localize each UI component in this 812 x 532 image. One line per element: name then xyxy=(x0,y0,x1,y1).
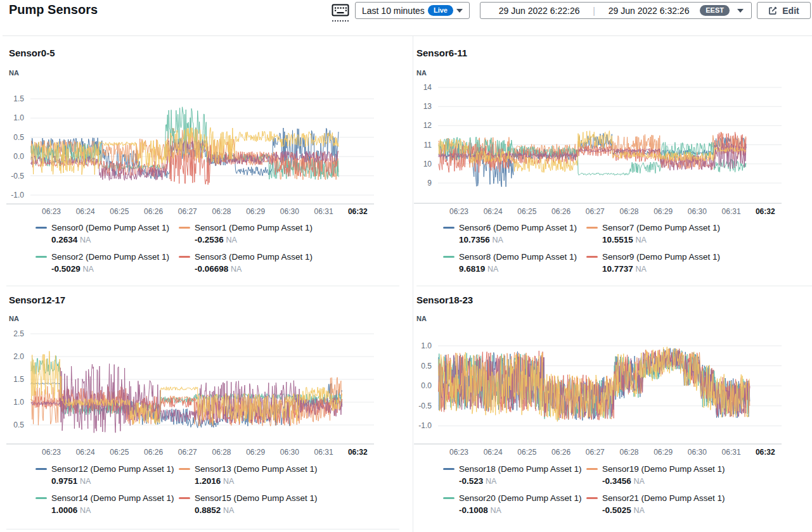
y-tick-label: -0.5 xyxy=(418,402,432,410)
legend-item: Sensor1 (Demo Pump Asset 1)-0.2536 NA xyxy=(179,223,356,244)
line-chart[interactable]: 1.51.00.50.0-0.5-1.006:2306:2406:2506:26… xyxy=(0,36,406,226)
x-tick-label: 06:24 xyxy=(484,207,503,216)
line-chart[interactable]: 1.00.50.0-0.5-1.006:2306:2406:2506:2606:… xyxy=(413,286,812,466)
legend-item: Sensor7 (Demo Pump Asset 1)10.5515 NA xyxy=(586,223,764,244)
line-chart[interactable]: 2.52.01.51.00.506:2306:2406:2506:2606:27… xyxy=(0,286,406,466)
x-tick-label: 06:28 xyxy=(212,448,231,457)
legend-label: Sensor7 (Demo Pump Asset 1) xyxy=(602,223,720,232)
legend-value: 10.5515 NA xyxy=(602,235,764,244)
legend-item: Sensor21 (Demo Pump Asset 1)-0.5025 NA xyxy=(586,493,764,515)
y-tick-label: 9 xyxy=(427,179,432,187)
x-tick-label: 06:25 xyxy=(110,448,129,457)
x-tick-label: 06:30 xyxy=(688,448,707,457)
legend-item: Sensor20 (Demo Pump Asset 1)-0.1008 NA xyxy=(443,493,586,515)
chart-panel-sensor18-23: 1.00.50.0-0.5-1.006:2306:2406:2506:2606:… xyxy=(413,286,812,532)
legend-label: Sensor20 (Demo Pump Asset 1) xyxy=(459,493,582,503)
legend-value: -0.523 NA xyxy=(459,476,586,486)
y-axis-unit-label: NA xyxy=(9,69,19,77)
x-tick-label: 06:32 xyxy=(348,207,368,216)
legend-item: Sensor6 (Demo Pump Asset 1)10.7356 NA xyxy=(443,223,586,244)
x-tick-label: 06:23 xyxy=(42,207,61,216)
legend-swatch xyxy=(179,468,190,470)
legend-unit: NA xyxy=(223,506,234,515)
end-datetime: 29 Jun 2022 6:32:26 xyxy=(598,6,700,16)
legend-label: Sensor0 (Demo Pump Asset 1) xyxy=(51,223,169,232)
legend-unit: NA xyxy=(80,506,91,515)
panel-title: Sensor6-11 xyxy=(416,48,467,58)
legend-swatch xyxy=(35,468,47,470)
chart-legend: Sensor0 (Demo Pump Asset 1)0.2634 NASens… xyxy=(35,223,356,274)
keyboard-dotted-underline xyxy=(332,20,349,22)
y-tick-label: 1.0 xyxy=(13,398,24,407)
legend-value: 1.0006 NA xyxy=(51,505,179,515)
legend-swatch xyxy=(443,468,454,470)
legend-swatch xyxy=(35,227,47,229)
y-tick-label: 0.5 xyxy=(421,362,432,370)
x-tick-label: 06:31 xyxy=(722,448,741,457)
legend-unit: NA xyxy=(487,265,498,274)
y-axis-unit-label: NA xyxy=(416,315,427,322)
start-datetime: 29 Jun 2022 6:22:26 xyxy=(488,6,590,16)
y-tick-label: 2.5 xyxy=(13,329,24,338)
x-tick-label: 06:30 xyxy=(280,448,299,457)
chart-panel-sensor0-5: 1.51.00.50.0-0.5-1.006:2306:2406:2506:26… xyxy=(0,36,406,286)
chart-panel-sensor6-11: 1413121110906:2306:2406:2506:2606:2706:2… xyxy=(413,36,812,286)
line-chart[interactable]: 1413121110906:2306:2406:2506:2606:2706:2… xyxy=(413,36,812,226)
y-tick-label: 0.5 xyxy=(13,133,24,142)
time-range-label: Last 10 minutes xyxy=(362,6,425,16)
y-tick-label: 14 xyxy=(423,83,432,92)
legend-value: -0.1008 NA xyxy=(459,505,586,515)
edit-button[interactable]: Edit xyxy=(757,2,811,19)
y-tick-label: -1.0 xyxy=(418,421,432,430)
x-tick-label: 06:23 xyxy=(449,207,468,216)
legend-unit: NA xyxy=(223,477,234,486)
legend-swatch xyxy=(443,256,454,258)
legend-swatch xyxy=(586,468,598,470)
legend-item: Sensor15 (Demo Pump Asset 1)0.8852 NA xyxy=(179,493,356,515)
panel-title: Sensor18-23 xyxy=(416,294,473,305)
x-tick-label: 06:29 xyxy=(246,207,265,216)
date-range-control[interactable]: 29 Jun 2022 6:22:26 | 29 Jun 2022 6:32:2… xyxy=(480,2,752,19)
legend-unit: NA xyxy=(491,506,501,515)
y-tick-label: -1.0 xyxy=(11,191,24,200)
legend-item: Sensor0 (Demo Pump Asset 1)0.2634 NA xyxy=(35,223,179,244)
legend-swatch xyxy=(35,256,47,258)
x-tick-label: 06:29 xyxy=(246,448,265,457)
time-range-dropdown[interactable]: Last 10 minutes Live xyxy=(355,2,470,19)
y-tick-label: 11 xyxy=(424,141,432,149)
legend-label: Sensor19 (Demo Pump Asset 1) xyxy=(602,464,725,474)
legend-item: Sensor13 (Demo Pump Asset 1)1.2016 NA xyxy=(179,464,356,486)
legend-label: Sensor3 (Demo Pump Asset 1) xyxy=(195,252,313,262)
legend-label: Sensor14 (Demo Pump Asset 1) xyxy=(51,493,174,503)
x-tick-label: 06:25 xyxy=(517,448,536,457)
legend-unit: NA xyxy=(636,265,647,274)
keyboard-shortcuts-icon[interactable] xyxy=(332,3,349,18)
y-tick-label: 2.0 xyxy=(13,352,24,361)
legend-label: Sensor18 (Demo Pump Asset 1) xyxy=(459,464,582,474)
legend-label: Sensor15 (Demo Pump Asset 1) xyxy=(195,493,318,503)
x-tick-label: 06:24 xyxy=(76,448,95,457)
x-tick-label: 06:32 xyxy=(756,207,775,216)
legend-item: Sensor18 (Demo Pump Asset 1)-0.523 NA xyxy=(443,464,586,486)
x-tick-label: 06:32 xyxy=(756,448,775,457)
legend-unit: NA xyxy=(486,477,496,486)
y-tick-label: 10 xyxy=(423,160,432,168)
legend-item: Sensor8 (Demo Pump Asset 1)9.6819 NA xyxy=(443,252,586,274)
legend-value: 0.8852 NA xyxy=(195,505,356,515)
x-tick-label: 06:30 xyxy=(280,207,299,216)
legend-label: Sensor13 (Demo Pump Asset 1) xyxy=(195,464,318,474)
legend-item: Sensor12 (Demo Pump Asset 1)0.9751 NA xyxy=(35,464,179,486)
y-axis-unit-label: NA xyxy=(9,315,19,322)
chart-legend: Sensor18 (Demo Pump Asset 1)-0.523 NASen… xyxy=(443,464,764,515)
page-title: Pump Sensors xyxy=(9,3,98,17)
legend-swatch xyxy=(35,497,47,499)
x-tick-label: 06:25 xyxy=(517,207,536,216)
legend-value: 9.6819 NA xyxy=(459,264,586,274)
y-tick-label: 1.0 xyxy=(13,113,24,122)
x-tick-label: 06:30 xyxy=(688,207,707,216)
chart-legend: Sensor12 (Demo Pump Asset 1)0.9751 NASen… xyxy=(35,464,356,515)
x-tick-label: 06:24 xyxy=(76,207,95,216)
legend-item: Sensor19 (Demo Pump Asset 1)-0.3456 NA xyxy=(586,464,764,486)
dashboard: Pump Sensors Last 10 minutes Live 29 Jun… xyxy=(0,0,812,532)
x-tick-label: 06:26 xyxy=(144,207,163,216)
